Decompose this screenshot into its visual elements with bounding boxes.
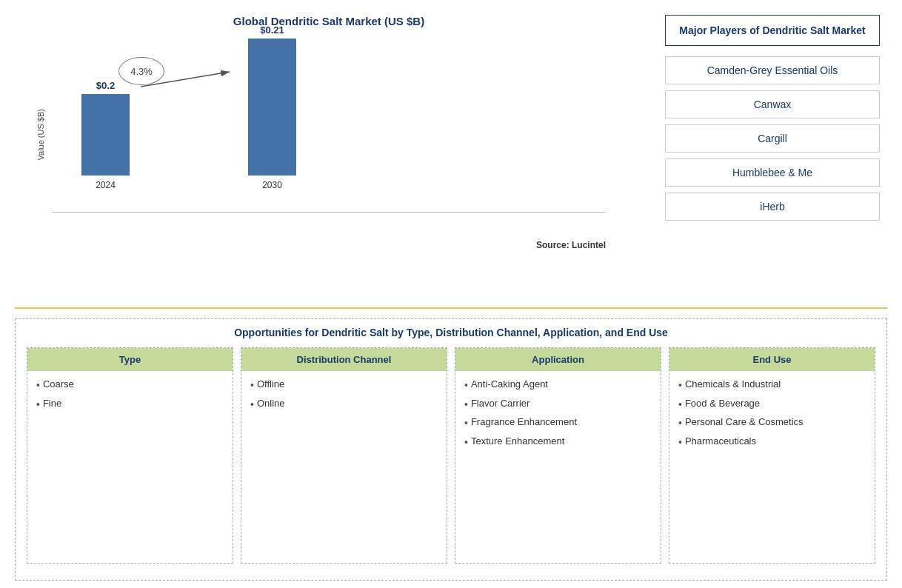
y-axis-label: Value (US $B)	[36, 109, 45, 161]
bar-2024: $0.2 2024	[81, 80, 130, 190]
bar-2030: $0.21 2030	[248, 24, 296, 190]
enduse-header: End Use	[669, 348, 875, 371]
growth-arrow	[141, 64, 244, 109]
player-item-2: Cargill	[665, 124, 880, 153]
enduse-column: End Use •Chemicals & Industrial •Food & …	[669, 347, 875, 564]
chart-source: Source: Lucintel	[536, 240, 606, 250]
application-body: •Anti-Caking Agent •Flavor Carrier •Frag…	[455, 371, 661, 563]
players-title: Major Players of Dendritic Salt Market	[665, 15, 880, 46]
bar-2024-label: 2024	[96, 180, 116, 190]
player-item-0: Camden-Grey Essential Oils	[665, 56, 880, 84]
growth-annotation: 4.3%	[118, 57, 164, 85]
enduse-item-1: •Food & Beverage	[678, 398, 866, 412]
opportunities-section: Opportunities for Dendritic Salt by Type…	[15, 318, 887, 581]
type-body: •Coarse •Fine	[27, 371, 233, 563]
player-item-3: Humblebee & Me	[665, 158, 880, 187]
distribution-header: Distribution Channel	[241, 348, 447, 371]
top-section: Global Dendritic Salt Market (US $B) Val…	[15, 7, 887, 304]
distribution-column: Distribution Channel •Offline •Online	[241, 347, 447, 564]
application-column: Application •Anti-Caking Agent •Flavor C…	[455, 347, 661, 564]
opportunities-grid: Type •Coarse •Fine Distribution Channel …	[27, 347, 875, 564]
players-section: Major Players of Dendritic Salt Market C…	[658, 7, 887, 304]
app-item-2: •Fragrance Enhancement	[464, 416, 652, 431]
opportunities-title: Opportunities for Dendritic Salt by Type…	[27, 327, 875, 338]
player-item-4: iHerb	[665, 193, 880, 221]
distribution-body: •Offline •Online	[241, 371, 447, 563]
bar-2030-value: $0.21	[260, 24, 284, 36]
type-header: Type	[27, 348, 233, 371]
svg-line-1	[141, 72, 230, 87]
type-item-0: •Coarse	[36, 378, 224, 393]
enduse-item-3: •Pharmaceuticals	[678, 435, 866, 450]
enduse-item-0: •Chemicals & Industrial	[678, 378, 866, 393]
app-item-3: •Texture Enhancement	[464, 435, 652, 450]
application-header: Application	[455, 348, 661, 371]
section-divider	[15, 307, 887, 309]
app-item-0: •Anti-Caking Agent	[464, 378, 652, 393]
player-item-1: Canwax	[665, 90, 880, 118]
dist-item-0: •Offline	[250, 378, 438, 393]
chart-section: Global Dendritic Salt Market (US $B) Val…	[15, 7, 643, 304]
bar-2030-label: 2030	[262, 180, 282, 190]
enduse-body: •Chemicals & Industrial •Food & Beverage…	[669, 371, 875, 563]
main-container: Global Dendritic Salt Market (US $B) Val…	[0, 0, 902, 588]
dist-item-1: •Online	[250, 398, 438, 412]
bar-2024-rect	[81, 94, 130, 176]
type-column: Type •Coarse •Fine	[27, 347, 233, 564]
enduse-item-2: •Personal Care & Cosmetics	[678, 416, 866, 431]
type-item-1: •Fine	[36, 398, 224, 412]
bar-2024-value: $0.2	[96, 80, 115, 91]
app-item-1: •Flavor Carrier	[464, 398, 652, 412]
bar-2030-rect	[248, 39, 296, 176]
